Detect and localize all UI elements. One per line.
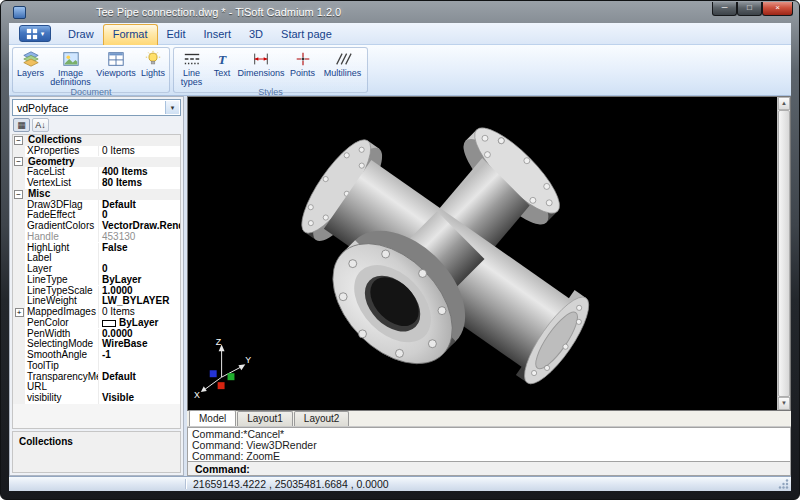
property-row[interactable]: TransparencyMetho Default: [13, 372, 180, 383]
property-row[interactable]: FaceList 400 Items: [13, 167, 180, 178]
status-separator: [185, 479, 186, 489]
z-axis-label: Z: [216, 337, 222, 347]
close-button[interactable]: ×: [762, 2, 793, 16]
command-prompt-label: Command:: [188, 463, 258, 475]
multilines-icon: [334, 50, 352, 68]
ribbon-button-row: Layers Image definitions: [9, 45, 791, 96]
categorized-view-button[interactable]: ▦: [13, 118, 30, 132]
dimensions-icon: [252, 50, 270, 68]
tab-edit[interactable]: Edit: [158, 25, 195, 44]
property-row-mapped-images[interactable]: + MappedImages 0 Items: [13, 307, 180, 318]
tab-layout1[interactable]: Layout1: [237, 411, 293, 426]
ribbon: ▾ Draw Format Edit Insert 3D Start page: [9, 23, 791, 96]
expand-icon[interactable]: +: [15, 308, 24, 317]
property-row[interactable]: HighLight False: [13, 243, 180, 254]
tab-start-page[interactable]: Start page: [272, 25, 341, 44]
image-definitions-icon: [62, 50, 80, 68]
app-grid-icon: [26, 28, 38, 40]
window-title: Tee Pipe connection.dwg * - TiSoft Cadmi…: [96, 6, 341, 18]
z-axis-cube: [210, 370, 217, 377]
dimensions-button[interactable]: Dimensions: [236, 48, 286, 87]
scroll-down-icon[interactable]: ▼: [778, 397, 790, 410]
property-row[interactable]: LineWeight LW_BYLAYER: [13, 296, 180, 307]
scroll-up-icon[interactable]: ▲: [778, 97, 790, 110]
category-collections[interactable]: − Collections: [13, 135, 180, 146]
collapse-icon[interactable]: −: [14, 190, 23, 199]
property-row[interactable]: SelectingMode WireBase: [13, 339, 180, 350]
tee-pipe-3d-model: Z Y X: [188, 97, 777, 410]
app-window: Tee Pipe connection.dwg * - TiSoft Cadmi…: [0, 0, 800, 500]
viewports-icon: [107, 50, 125, 68]
command-input[interactable]: [258, 463, 790, 475]
image-definitions-button[interactable]: Image definitions: [47, 48, 94, 87]
alphabetical-sort-button[interactable]: A↓: [32, 118, 49, 132]
property-row[interactable]: GradientColors VectorDraw.Render.Ele: [13, 221, 180, 232]
collapse-icon[interactable]: −: [14, 157, 23, 166]
x-axis-cube: [218, 382, 225, 389]
pen-color-swatch: [102, 320, 116, 327]
tab-draw[interactable]: Draw: [59, 25, 103, 44]
property-row-pen-color[interactable]: PenColor ByLayer: [13, 318, 180, 329]
lights-button[interactable]: Lights: [138, 48, 168, 87]
property-row[interactable]: visibility Visible: [13, 393, 180, 404]
layers-button[interactable]: Layers: [14, 48, 47, 87]
points-button[interactable]: Points: [286, 48, 319, 87]
command-history: Command:*Cancel* Command: View3DRender C…: [187, 427, 791, 462]
tab-model[interactable]: Model: [189, 410, 236, 426]
property-row[interactable]: SmoothAngle -1: [13, 350, 180, 361]
property-row[interactable]: FadeEffect 0: [13, 210, 180, 221]
client-area: ▾ Draw Format Edit Insert 3D Start page: [9, 23, 791, 491]
tab-insert[interactable]: Insert: [194, 25, 240, 44]
property-row[interactable]: Handle 453130: [13, 232, 180, 243]
tab-layout2[interactable]: Layout2: [294, 411, 350, 426]
multilines-button[interactable]: Multilines: [319, 48, 366, 87]
viewports-button[interactable]: Viewports: [94, 48, 138, 87]
property-help-pane: Collections: [12, 431, 181, 473]
text-icon: T: [213, 50, 231, 68]
property-row[interactable]: XProperties 0 Items: [13, 146, 180, 157]
coordinates-readout: 21659143.4222 , 25035481.6684 , 0.0000: [193, 478, 389, 490]
line-types-icon: [183, 50, 201, 68]
property-row[interactable]: URL: [13, 382, 180, 393]
maximize-button[interactable]: □: [737, 2, 762, 16]
property-row[interactable]: LineTypeScale 1.0000: [13, 286, 180, 297]
lights-icon: [144, 50, 162, 68]
tab-format[interactable]: Format: [103, 24, 158, 45]
x-axis-label: X: [194, 390, 200, 400]
tab-3d[interactable]: 3D: [240, 25, 272, 44]
minimize-button[interactable]: ─: [712, 2, 737, 16]
resize-grip[interactable]: [778, 478, 789, 489]
scrollbar-thumb[interactable]: [778, 110, 790, 397]
title-bar[interactable]: Tee Pipe connection.dwg * - TiSoft Cadmi…: [1, 1, 799, 23]
drawing-area: Z Y X ▲ ▼ Model Layout1 Layout2 Command:…: [187, 96, 791, 476]
object-selector-combobox[interactable]: vdPolyface ▾: [12, 99, 181, 116]
property-row[interactable]: LineType ByLayer: [13, 275, 180, 286]
y-axis-label: Y: [245, 355, 251, 365]
app-menu-arrow-icon: ▾: [41, 30, 45, 37]
command-history-line: Command: ZoomE: [192, 451, 786, 462]
combo-dropdown-icon[interactable]: ▾: [165, 101, 179, 114]
text-button[interactable]: T Text: [208, 48, 236, 87]
command-prompt-row: Command:: [187, 462, 791, 476]
viewport-scrollbar[interactable]: ▲ ▼: [777, 97, 790, 410]
points-icon: [294, 50, 312, 68]
layout-tab-strip: Model Layout1 Layout2: [187, 411, 791, 427]
property-row[interactable]: Label: [13, 253, 180, 264]
layers-icon: [22, 50, 40, 68]
collapse-icon[interactable]: −: [14, 136, 23, 145]
app-icon[interactable]: [13, 6, 26, 19]
svg-text:T: T: [218, 52, 227, 67]
application-menu-button[interactable]: ▾: [19, 25, 51, 42]
command-history-line: Command: View3DRender: [192, 440, 786, 451]
property-row[interactable]: Layer 0: [13, 264, 180, 275]
property-row[interactable]: ToolTip: [13, 361, 180, 372]
object-selector-value: vdPolyface: [17, 102, 68, 114]
property-row[interactable]: Draw3DFlag Default: [13, 200, 180, 211]
category-geometry[interactable]: − Geometry: [13, 157, 180, 168]
line-types-button[interactable]: Line types: [175, 48, 208, 87]
model-viewport[interactable]: Z Y X ▲ ▼: [187, 96, 791, 411]
group-document: Layers Image definitions: [12, 47, 170, 93]
property-row[interactable]: PenWidth 0.0000: [13, 329, 180, 340]
category-misc[interactable]: − Misc: [13, 189, 180, 200]
help-pane-title: Collections: [19, 436, 73, 447]
